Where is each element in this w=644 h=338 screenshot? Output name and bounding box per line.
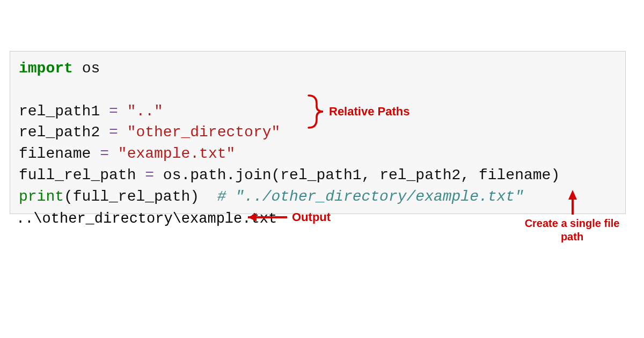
code-line-2: rel_path1 = ".." bbox=[19, 103, 163, 120]
code-line-4: filename = "example.txt" bbox=[19, 145, 235, 162]
code-line-6: print(full_rel_path) # "../other_directo… bbox=[19, 188, 524, 205]
code-line-3: rel_path2 = "other_directory" bbox=[19, 124, 280, 141]
code-line-1: import os bbox=[19, 60, 100, 77]
module-os: os bbox=[73, 60, 100, 77]
keyword-import: import bbox=[19, 60, 73, 77]
code-block: import os rel_path1 = ".." rel_path2 = "… bbox=[10, 51, 626, 214]
var-rel-path1: rel_path1 bbox=[19, 103, 109, 120]
string-other-dir: "other_directory" bbox=[118, 124, 280, 141]
code-line-5: full_rel_path = os.path.join(rel_path1, … bbox=[19, 167, 560, 183]
print-args: (full_rel_path) bbox=[64, 188, 217, 205]
annotation-output: Output bbox=[292, 210, 331, 224]
var-rel-path2: rel_path2 bbox=[19, 124, 109, 141]
print-fn: print bbox=[19, 188, 64, 205]
annotation-relative-paths: Relative Paths bbox=[329, 105, 409, 119]
var-filename: filename bbox=[19, 145, 100, 162]
var-full-rel-path: full_rel_path bbox=[19, 167, 145, 183]
os-path-join-call: os.path.join(rel_path1, rel_path2, filen… bbox=[154, 167, 560, 183]
string-example-txt: "example.txt" bbox=[109, 145, 235, 162]
equals-op: = bbox=[145, 167, 154, 183]
equals-op: = bbox=[109, 124, 118, 141]
page-root: import os rel_path1 = ".." rel_path2 = "… bbox=[0, 0, 644, 338]
string-dotdot: ".." bbox=[118, 103, 163, 120]
equals-op: = bbox=[109, 103, 118, 120]
comment-expected-output: # "../other_directory/example.txt" bbox=[217, 188, 524, 205]
program-output: ..\other_directory\example.txt bbox=[16, 211, 277, 227]
equals-op: = bbox=[100, 145, 109, 162]
annotation-single-file-path: Create a single file path bbox=[516, 217, 628, 244]
